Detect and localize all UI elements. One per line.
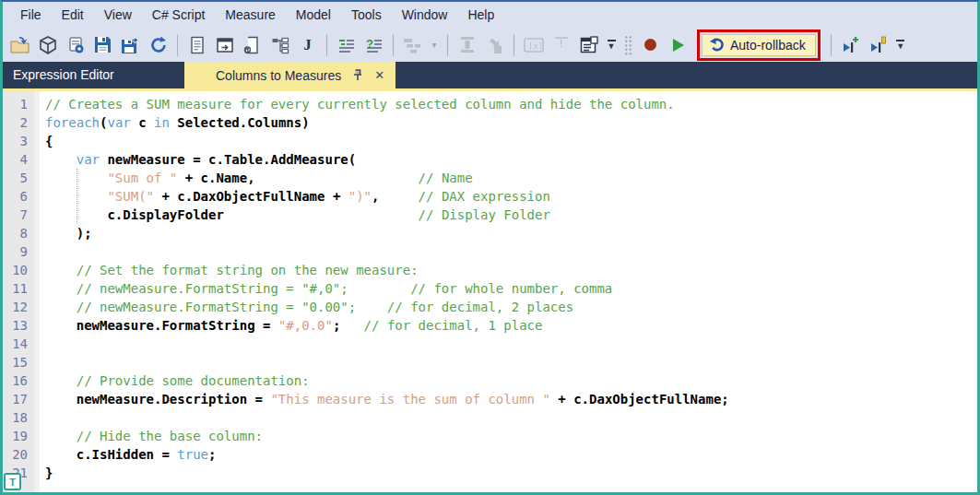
code-line-2[interactable]: foreach(var c in Selected.Columns) — [45, 113, 977, 132]
code-line-21[interactable]: } — [45, 464, 977, 482]
menu-model[interactable]: Model — [286, 2, 341, 28]
code-line-18[interactable] — [45, 408, 977, 427]
code-line-1[interactable]: // Creates a SUM measure for every curre… — [45, 95, 977, 113]
document-icon — [189, 36, 206, 54]
save-icon — [94, 36, 112, 53]
line-number: 13 — [3, 316, 34, 335]
code-line-19[interactable]: // Hide the base column: — [45, 427, 977, 445]
line-number: 17 — [3, 390, 34, 408]
code-line-8[interactable]: ); — [45, 224, 977, 242]
code-area[interactable]: // Creates a SUM measure for every curre… — [40, 91, 977, 492]
code-line-4[interactable]: var newMeasure = c.Table.AddMeasure( — [45, 150, 977, 169]
run-script-edit-button[interactable] — [866, 32, 891, 57]
warning-bubble-icon: ! — [552, 36, 571, 54]
line-number: 15 — [3, 353, 34, 371]
script-window-button[interactable] — [212, 32, 237, 57]
toolbar-grip[interactable] — [624, 35, 632, 55]
code-line-7[interactable]: c.DisplayFolder // Display Folder — [45, 206, 977, 224]
pin-icon[interactable] — [352, 69, 363, 81]
script-button[interactable]: J — [295, 32, 320, 57]
window-list-icon — [580, 36, 598, 54]
refresh-button[interactable] — [146, 32, 171, 57]
toolbar-separator — [393, 34, 394, 56]
t-badge-icon[interactable]: T — [4, 473, 21, 490]
line-number: 7 — [3, 206, 34, 224]
menu-view[interactable]: View — [94, 2, 142, 28]
line-number: 20 — [3, 445, 34, 464]
menu-window[interactable]: Window — [392, 2, 458, 28]
code-line-20[interactable]: c.IsHidden = true; — [45, 445, 977, 464]
toolbar-overflow-button-2[interactable]: ▼ — [893, 32, 908, 57]
code-line-9[interactable] — [45, 242, 977, 261]
tab-expression-editor[interactable]: Expression Editor — [3, 62, 184, 88]
menu-file[interactable]: File — [10, 2, 52, 28]
chevron-down-icon: ▾ — [431, 40, 436, 50]
code-line-10[interactable]: // Set the format string on the new meas… — [45, 261, 977, 279]
line-number: 19 — [3, 427, 34, 445]
line-number: 1 — [3, 95, 34, 113]
indent-guide — [77, 169, 77, 224]
menu-tools[interactable]: Tools — [341, 2, 392, 28]
code-line-16[interactable]: // Provide some documentation: — [45, 371, 977, 390]
line-number: 8 — [3, 224, 34, 242]
code-line-14[interactable] — [45, 335, 977, 353]
toolbar-separator — [831, 34, 832, 56]
code-line-17[interactable]: newMeasure.Description = "This measure i… — [45, 390, 977, 408]
line-number: 14 — [3, 335, 34, 353]
console-button-disabled: [x] — [521, 32, 546, 57]
deploy-icon — [66, 36, 85, 54]
bpa-button-disabled: ! — [549, 32, 573, 57]
format-lines-icon — [337, 36, 356, 54]
open-folder-icon — [10, 36, 30, 53]
menu-measure[interactable]: Measure — [215, 2, 285, 28]
hierarchy-icon — [271, 36, 289, 54]
save-button[interactable] — [90, 32, 115, 57]
close-icon[interactable]: ✕ — [374, 69, 384, 81]
record-macro-button[interactable] — [638, 32, 663, 57]
open-model-button[interactable] — [35, 32, 60, 57]
code-line-12[interactable]: // newMeasure.FormatString = "0.00"; // … — [45, 298, 977, 316]
question-lines-icon: ? — [365, 36, 384, 54]
code-line-13[interactable]: newMeasure.FormatString = "#,0.0"; // fo… — [45, 316, 977, 335]
move-object-button-disabled — [482, 32, 507, 57]
open-file-button[interactable] — [7, 32, 32, 57]
code-line-6[interactable]: "SUM(" + c.DaxObjectFullName + ")", // D… — [45, 187, 977, 206]
save-as-button[interactable] — [118, 32, 143, 57]
menu-help[interactable]: Help — [457, 2, 504, 28]
run-script-new-button[interactable] — [838, 32, 863, 57]
code-line-11[interactable]: // newMeasure.FormatString = "#,0"; // f… — [45, 279, 977, 298]
line-number: 10 — [3, 261, 34, 279]
undo-arrow-icon — [709, 38, 725, 52]
run-script-file-button[interactable] — [240, 32, 265, 57]
run-script-button[interactable] — [666, 32, 691, 57]
menu-edit[interactable]: Edit — [52, 2, 94, 28]
model-hierarchy-button[interactable] — [267, 32, 292, 57]
syntax-check-button[interactable]: ? — [361, 32, 386, 57]
line-number: 6 — [3, 187, 34, 206]
toolbar: J ? ▾ — [3, 28, 977, 62]
code-line-5[interactable]: "Sum of " + c.Name, // Name — [45, 169, 977, 187]
code-editor[interactable]: 123456789101112131415161718192021 // Cre… — [3, 91, 977, 492]
menu-c-script[interactable]: C# Script — [142, 2, 216, 28]
code-line-15[interactable] — [45, 353, 977, 371]
svg-text:!: ! — [560, 39, 562, 49]
auto-rollback-button[interactable]: Auto-rollback — [702, 34, 816, 56]
line-number: 3 — [3, 132, 34, 150]
line-number: 12 — [3, 298, 34, 316]
line-number: 16 — [3, 371, 34, 390]
line-number: 9 — [3, 242, 34, 261]
play-pencil-icon — [868, 36, 888, 54]
script-j-icon: J — [303, 36, 312, 54]
format-dax-button[interactable] — [334, 32, 359, 57]
tab-columns-to-measures[interactable]: Columns to Measures ✕ — [184, 62, 396, 88]
toolbar-overflow-button[interactable]: ▼ — [604, 32, 619, 57]
tab-strip: Expression Editor Columns to Measures ✕ — [3, 62, 977, 88]
toolbar-separator — [177, 34, 178, 56]
diagram-dropdown-disabled: ▾ — [428, 32, 441, 57]
save-to-database-button[interactable] — [63, 32, 88, 57]
code-line-3[interactable]: { — [45, 132, 977, 150]
new-script-button[interactable] — [184, 32, 209, 57]
properties-window-button[interactable] — [576, 32, 601, 57]
line-number: 11 — [3, 279, 34, 298]
toolbar-separator — [326, 34, 327, 56]
